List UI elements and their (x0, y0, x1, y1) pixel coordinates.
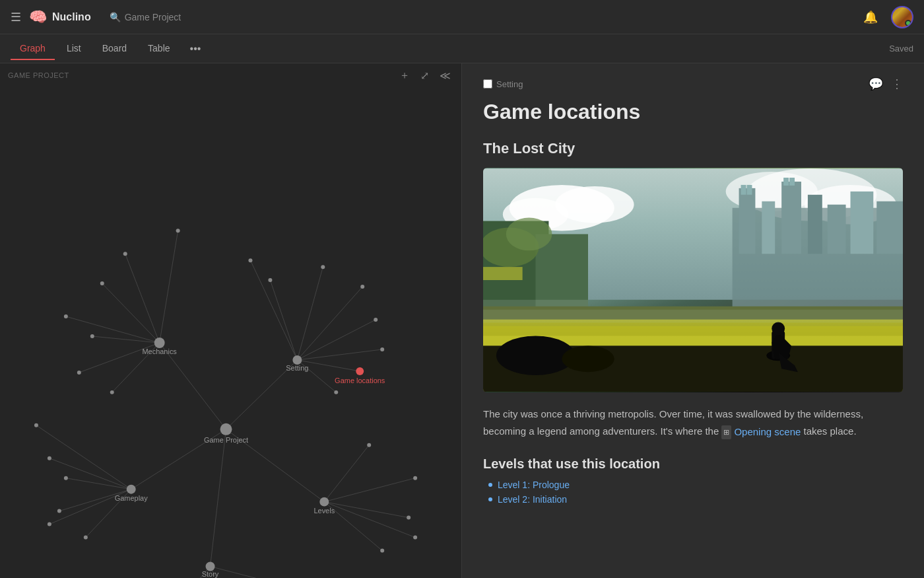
notifications-icon[interactable]: 🔔 (863, 10, 878, 24)
svg-point-61 (154, 338, 165, 348)
link-icon: ⊞ (721, 425, 731, 439)
svg-rect-87 (739, 188, 756, 254)
svg-point-38 (64, 314, 68, 318)
logo[interactable]: 🧠 Nuclino (29, 9, 91, 26)
svg-text:Game Project: Game Project (204, 436, 248, 444)
svg-point-37 (176, 229, 180, 233)
svg-rect-0 (0, 89, 461, 577)
tab-bar: Graph List Board Table ••• Saved (0, 34, 924, 63)
comment-icon[interactable]: 💬 (869, 77, 883, 91)
svg-point-55 (367, 443, 371, 447)
svg-point-49 (48, 456, 51, 460)
svg-point-82 (555, 186, 634, 223)
main-area: GAME PROJECT ＋ ⤢ ≪ (0, 63, 924, 578)
svg-point-50 (64, 476, 68, 480)
graph-project-label: GAME PROJECT (8, 71, 69, 79)
bullet-dot (488, 497, 492, 501)
tab-more-icon[interactable]: ••• (185, 38, 207, 60)
collapse-icon[interactable]: ≪ (437, 68, 453, 83)
svg-point-46 (374, 318, 378, 322)
tab-list[interactable]: List (57, 38, 90, 60)
svg-point-56 (413, 476, 417, 480)
doc-body-text: The city was once a thriving metropolis.… (483, 406, 903, 441)
section-heading-2: Levels that use this location (483, 456, 903, 472)
svg-point-47 (380, 347, 384, 351)
svg-rect-88 (762, 201, 775, 254)
brain-icon: 🧠 (29, 9, 47, 26)
saved-status: Saved (889, 44, 913, 54)
expand-icon[interactable]: ⤢ (418, 68, 432, 83)
app-name: Nuclino (52, 11, 91, 23)
svg-text:Gameplay: Gameplay (115, 494, 148, 502)
svg-text:Game locations: Game locations (335, 377, 385, 384)
svg-point-43 (248, 258, 252, 262)
svg-rect-96 (783, 178, 789, 186)
svg-point-54 (34, 423, 38, 427)
svg-point-42 (268, 278, 272, 282)
location-image (483, 168, 903, 392)
doc-header-actions: 💬 ⋮ (869, 77, 903, 91)
bullet-dot (488, 483, 492, 487)
svg-point-73 (206, 562, 215, 571)
menu-icon[interactable]: ☰ (11, 10, 21, 24)
svg-rect-116 (483, 310, 903, 323)
svg-point-41 (110, 390, 114, 394)
levels-list: Level 1: Prologue Level 2: Initiation (483, 480, 903, 505)
list-item: Level 2: Initiation (488, 494, 903, 505)
svg-point-45 (360, 285, 364, 289)
section-heading-1: The Lost City (483, 140, 903, 157)
svg-rect-90 (808, 195, 822, 254)
svg-text:Setting: Setting (286, 364, 308, 372)
setting-checkbox[interactable] (483, 79, 492, 89)
online-dot (905, 20, 911, 26)
doc-header: Setting 💬 ⋮ (483, 77, 903, 91)
svg-point-36 (123, 252, 127, 256)
svg-rect-91 (828, 205, 846, 254)
add-node-button[interactable]: ＋ (397, 67, 412, 84)
setting-label: Setting (496, 79, 523, 89)
svg-rect-102 (483, 268, 523, 281)
svg-rect-93 (876, 201, 903, 254)
doc-title: Game locations (483, 99, 903, 124)
svg-point-65 (356, 367, 364, 375)
tab-table[interactable]: Table (139, 38, 179, 60)
search-area[interactable]: 🔍 Game Project (110, 12, 182, 22)
svg-text:Story: Story (202, 570, 219, 578)
svg-point-40 (77, 371, 81, 375)
level-1-link[interactable]: Level 1: Prologue (498, 480, 570, 490)
svg-text:Mechanics: Mechanics (142, 347, 177, 355)
svg-point-67 (220, 423, 232, 435)
svg-point-59 (413, 536, 417, 540)
svg-point-57 (407, 516, 411, 520)
tab-board[interactable]: Board (93, 38, 136, 60)
graph-svg[interactable]: Mechanics Setting Game locations Game Pr… (0, 87, 461, 578)
level-2-link[interactable]: Level 2: Initiation (498, 494, 567, 505)
svg-point-69 (127, 485, 136, 494)
svg-point-113 (772, 322, 785, 336)
svg-text:Levels: Levels (314, 507, 335, 515)
search-text: Game Project (125, 12, 182, 22)
checkbox-area: Setting (483, 79, 523, 89)
svg-point-48 (334, 390, 338, 394)
svg-point-39 (90, 334, 94, 338)
avatar[interactable] (891, 6, 913, 28)
svg-rect-95 (746, 185, 752, 195)
content-panel: Setting 💬 ⋮ Game locations The Lost City (462, 63, 924, 578)
svg-rect-92 (851, 192, 874, 254)
svg-point-71 (319, 497, 329, 507)
svg-point-58 (380, 549, 384, 553)
search-icon: 🔍 (110, 12, 121, 22)
opening-scene-link[interactable]: ⊞ Opening scene (721, 423, 801, 441)
tab-graph[interactable]: Graph (11, 38, 55, 60)
svg-point-109 (562, 346, 614, 373)
top-nav: ☰ 🧠 Nuclino 🔍 Game Project 🔔 (0, 0, 924, 34)
svg-point-51 (57, 509, 61, 513)
svg-point-35 (100, 281, 104, 285)
svg-point-101 (506, 218, 552, 251)
svg-rect-89 (781, 182, 801, 254)
graph-panel: GAME PROJECT ＋ ⤢ ≪ (0, 63, 462, 578)
more-options-icon[interactable]: ⋮ (891, 77, 903, 91)
svg-point-44 (321, 265, 325, 269)
graph-header: GAME PROJECT ＋ ⤢ ≪ (0, 63, 461, 87)
svg-point-52 (84, 536, 88, 540)
